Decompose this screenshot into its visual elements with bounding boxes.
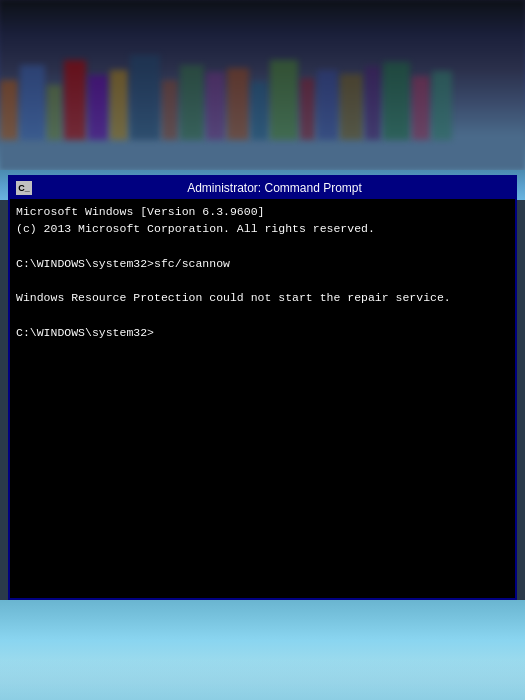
background-top — [0, 0, 525, 200]
cmd-line-2: (c) 2013 Microsoft Corporation. All righ… — [16, 220, 509, 237]
bookshelf — [0, 20, 525, 140]
cmd-line-7 — [16, 307, 509, 324]
cmd-line-6: Windows Resource Protection could not st… — [16, 289, 509, 306]
cmd-prompt: C:\WINDOWS\system32> — [16, 324, 509, 341]
cmd-window-icon: C_ — [16, 181, 32, 195]
cmd-line-4: C:\WINDOWS\system32>sfc/scannow — [16, 255, 509, 272]
cmd-line-3 — [16, 238, 509, 255]
cmd-window: C_ Administrator: Command Prompt Microso… — [8, 175, 517, 600]
cmd-line-5 — [16, 272, 509, 289]
cmd-content[interactable]: Microsoft Windows [Version 6.3.9600] (c)… — [10, 199, 515, 598]
cmd-titlebar: C_ Administrator: Command Prompt — [10, 177, 515, 199]
cmd-title: Administrator: Command Prompt — [40, 181, 509, 195]
cmd-line-1: Microsoft Windows [Version 6.3.9600] — [16, 203, 509, 220]
background-bottom — [0, 600, 525, 700]
